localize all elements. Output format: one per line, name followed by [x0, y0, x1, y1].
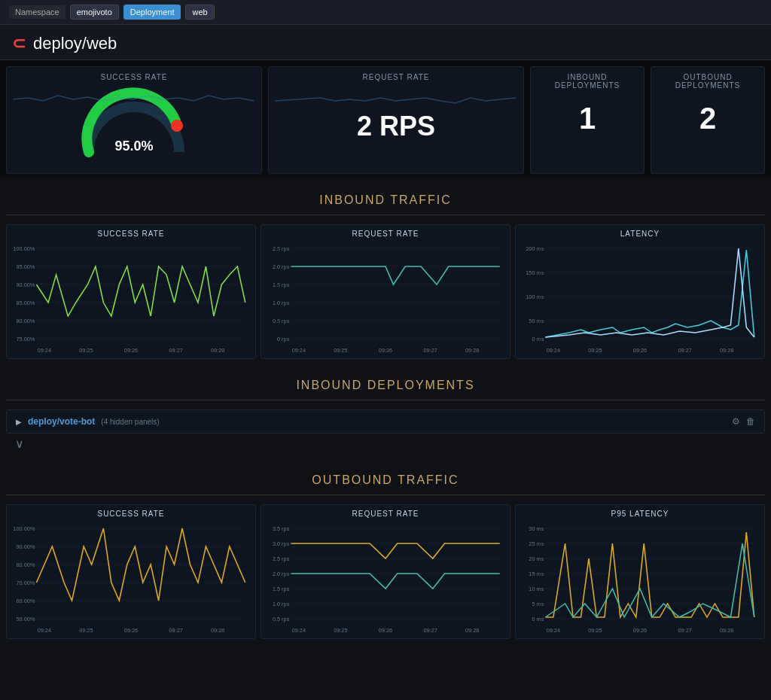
- svg-text:0.5 rps: 0.5 rps: [273, 318, 290, 324]
- svg-text:09:28: 09:28: [720, 628, 733, 634]
- wave-bg: [13, 84, 255, 114]
- svg-text:09:24: 09:24: [38, 628, 51, 634]
- delete-icon[interactable]: 🗑: [746, 416, 755, 427]
- svg-text:25 ms: 25 ms: [529, 541, 544, 547]
- svg-text:1.5 rps: 1.5 rps: [273, 586, 290, 592]
- outbound-lat-svg: 30 ms 25 ms 20 ms 15 ms 10 ms 5 ms 0 ms …: [522, 521, 758, 634]
- inbound-latency-chart: LATENCY 200 ms 150 ms 100 ms 50 ms 0 ms: [515, 224, 765, 359]
- svg-text:09:28: 09:28: [211, 348, 224, 354]
- inbound-deployments-title: INBOUND DEPLOYMENTS: [6, 365, 765, 400]
- svg-text:09:27: 09:27: [423, 348, 437, 354]
- success-rate-card: SUCCESS RATE 95.0%: [6, 66, 262, 174]
- outbound-request-rate-chart: REQUEST RATE 3.5 rps 3.0 rps 2.5 rps 2.0…: [261, 504, 510, 639]
- svg-text:09:24: 09:24: [292, 628, 306, 634]
- svg-text:09:24: 09:24: [38, 348, 51, 354]
- inbound-dep-value: 1: [537, 93, 638, 145]
- svg-text:09:28: 09:28: [465, 628, 479, 634]
- svg-text:2.5 rps: 2.5 rps: [273, 246, 290, 252]
- inbound-sr-area: 100.00% 95.00% 90.00% 85.00% 80.00% 75.0…: [13, 241, 249, 354]
- deployment-actions: ⚙ 🗑: [732, 416, 755, 427]
- svg-text:09:28: 09:28: [211, 628, 224, 634]
- request-wave-bg: [275, 84, 517, 114]
- svg-text:10 ms: 10 ms: [529, 586, 544, 592]
- svg-text:09:24: 09:24: [547, 348, 560, 354]
- svg-text:09:27: 09:27: [678, 628, 691, 634]
- deployment-label: Deployment: [123, 5, 181, 20]
- svg-text:5 ms: 5 ms: [532, 601, 544, 607]
- outbound-charts-row: SUCCESS RATE 100.00% 90.00% 80.00% 70.00…: [0, 501, 771, 645]
- inbound-request-rate-chart: REQUEST RATE 2.5 rps 2.0 rps 1.5 rps 1.0…: [261, 224, 510, 359]
- svg-text:60.00%: 60.00%: [16, 598, 35, 604]
- svg-text:0 rps: 0 rps: [277, 336, 290, 342]
- outbound-rr-area: 3.5 rps 3.0 rps 2.5 rps 2.0 rps 1.5 rps …: [267, 521, 504, 634]
- svg-text:100.00%: 100.00%: [13, 246, 35, 252]
- deployment-meta: (4 hidden panels): [101, 418, 159, 426]
- svg-text:09:26: 09:26: [379, 628, 392, 634]
- svg-text:95.0%: 95.0%: [114, 138, 153, 154]
- svg-text:2.0 rps: 2.0 rps: [273, 571, 290, 577]
- outbound-rr-svg: 3.5 rps 3.0 rps 2.5 rps 2.0 rps 1.5 rps …: [267, 521, 504, 634]
- inbound-rr-title: REQUEST RATE: [267, 230, 504, 238]
- outbound-rr-title: REQUEST RATE: [267, 510, 504, 518]
- outbound-dep-card: OUTBOUND DEPLOYMENTS 2: [651, 66, 765, 174]
- svg-text:1.5 rps: 1.5 rps: [273, 282, 290, 288]
- outbound-dep-value: 2: [657, 93, 758, 145]
- svg-text:09:25: 09:25: [334, 628, 347, 634]
- svg-text:1.0 rps: 1.0 rps: [273, 601, 290, 607]
- svg-text:2.0 rps: 2.0 rps: [273, 264, 290, 270]
- linkerd-icon: ⊂: [12, 34, 26, 53]
- top-nav: Namespace emojivoto Deployment web: [0, 0, 771, 25]
- collapse-row[interactable]: ∨: [6, 434, 765, 454]
- svg-text:75.00%: 75.00%: [16, 336, 35, 342]
- inbound-charts-row: SUCCESS RATE 100.00% 95.00%: [0, 221, 771, 365]
- svg-text:09:26: 09:26: [124, 348, 138, 354]
- success-rate-label: SUCCESS RATE: [13, 73, 255, 81]
- svg-text:80.00%: 80.00%: [16, 318, 35, 324]
- svg-text:100.00%: 100.00%: [13, 526, 35, 532]
- namespace-selector[interactable]: emojivoto: [70, 5, 119, 20]
- svg-text:3.0 rps: 3.0 rps: [273, 541, 290, 547]
- svg-text:95.00%: 95.00%: [16, 264, 35, 270]
- svg-point-0: [171, 120, 183, 132]
- svg-text:09:25: 09:25: [79, 348, 93, 354]
- svg-text:50.00%: 50.00%: [16, 616, 35, 622]
- deployment-selector[interactable]: web: [185, 5, 214, 20]
- outbound-sr-title: SUCCESS RATE: [13, 510, 249, 518]
- svg-text:09:24: 09:24: [547, 628, 560, 634]
- svg-text:09:28: 09:28: [720, 348, 733, 354]
- request-rate-label: REQUEST RATE: [275, 73, 517, 81]
- outbound-sr-area: 100.00% 90.00% 80.00% 70.00% 60.00% 50.0…: [13, 521, 249, 634]
- svg-text:50 ms: 50 ms: [529, 318, 544, 324]
- svg-text:20 ms: 20 ms: [529, 556, 544, 562]
- svg-text:0.5 rps: 0.5 rps: [273, 616, 290, 622]
- svg-text:09:25: 09:25: [79, 628, 93, 634]
- svg-text:09:27: 09:27: [423, 628, 437, 634]
- settings-icon[interactable]: ⚙: [732, 416, 740, 427]
- svg-text:09:25: 09:25: [334, 348, 347, 354]
- svg-text:09:27: 09:27: [169, 628, 182, 634]
- svg-text:90.00%: 90.00%: [16, 282, 35, 288]
- svg-text:09:25: 09:25: [588, 628, 602, 634]
- deployment-row[interactable]: ▶ deploy/vote-bot (4 hidden panels) ⚙ 🗑: [6, 409, 765, 434]
- inbound-rr-area: 2.5 rps 2.0 rps 1.5 rps 1.0 rps 0.5 rps …: [267, 241, 504, 354]
- svg-text:150 ms: 150 ms: [526, 270, 544, 276]
- inbound-sr-svg: 100.00% 95.00% 90.00% 85.00% 80.00% 75.0…: [13, 241, 249, 354]
- inbound-lat-area: 200 ms 150 ms 100 ms 50 ms 0 ms 09:24 09…: [522, 241, 758, 354]
- svg-text:09:26: 09:26: [379, 348, 392, 354]
- outbound-dep-label: OUTBOUND DEPLOYMENTS: [657, 73, 758, 90]
- inbound-rr-svg: 2.5 rps 2.0 rps 1.5 rps 1.0 rps 0.5 rps …: [267, 241, 504, 354]
- inbound-dep-label: INBOUND DEPLOYMENTS: [537, 73, 638, 90]
- outbound-sr-svg: 100.00% 90.00% 80.00% 70.00% 60.00% 50.0…: [13, 521, 249, 634]
- page-title: deploy/web: [33, 34, 117, 53]
- outbound-latency-chart: P95 LATENCY 30 ms 25 ms 20 ms 15 ms 10 m…: [515, 504, 765, 639]
- metrics-row: SUCCESS RATE 95.0% REQUEST RATE: [0, 60, 771, 180]
- svg-text:09:26: 09:26: [633, 628, 647, 634]
- svg-text:70.00%: 70.00%: [16, 580, 35, 586]
- svg-text:09:26: 09:26: [633, 348, 647, 354]
- page-header: ⊂ deploy/web: [0, 25, 771, 60]
- outbound-lat-area: 30 ms 25 ms 20 ms 15 ms 10 ms 5 ms 0 ms …: [522, 521, 758, 634]
- deployments-section: ▶ deploy/vote-bot (4 hidden panels) ⚙ 🗑 …: [0, 406, 771, 460]
- svg-text:09:27: 09:27: [678, 348, 691, 354]
- inbound-success-rate-chart: SUCCESS RATE 100.00% 95.00%: [6, 224, 256, 359]
- outbound-success-rate-chart: SUCCESS RATE 100.00% 90.00% 80.00% 70.00…: [6, 504, 256, 639]
